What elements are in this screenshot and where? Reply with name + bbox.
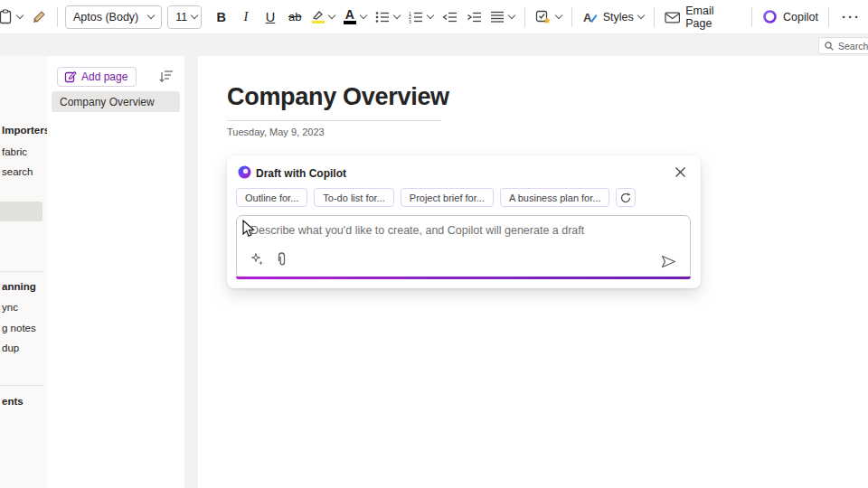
font-color-button[interactable]: A [339,5,371,30]
add-page-label: Add page [81,70,127,83]
underline-button[interactable]: U [258,5,282,30]
font-name-select[interactable]: Aptos (Body) [65,5,162,29]
chevron-down-icon [508,11,515,18]
ribbon-toolbar: Aptos (Body) 11 B I U ab A [0,0,868,34]
styles-icon: A [582,10,598,24]
numbered-list-button[interactable]: 1 2 3 [404,5,438,30]
email-page-label: Email Page [685,5,741,30]
refresh-suggestions-button[interactable] [616,188,636,207]
increase-indent-icon [467,11,482,23]
overflow-menu-button[interactable]: ··· [835,5,868,30]
close-icon[interactable] [675,166,689,181]
strikethrough-button[interactable]: ab [283,5,307,30]
refresh-icon [620,192,631,203]
email-page-button[interactable]: Email Page [660,5,746,30]
chip-business-plan-for[interactable]: A business plan for... [500,188,610,207]
nav-item-search[interactable]: search [2,166,33,177]
svg-text:A: A [583,11,592,24]
toolbar-divider [828,7,829,27]
page-list-item-company-overview[interactable]: Company Overview [52,91,180,112]
add-page-icon [64,70,77,83]
copilot-button[interactable]: Copilot [758,5,823,30]
numbered-list-icon: 1 2 3 [409,11,423,23]
chevron-down-icon [191,11,198,18]
search-placeholder: Search n [838,41,868,52]
add-page-button[interactable]: Add page [57,67,137,87]
nav-item-anning[interactable]: anning [2,281,36,292]
dialog-title: Draft with Copilot [256,167,346,180]
draft-with-copilot-dialog: Draft with Copilot Outline for... To-do … [227,155,701,288]
sort-pages-button[interactable] [159,70,174,84]
tag-todo-button[interactable] [531,5,566,30]
font-size-select[interactable]: 11 [167,5,202,29]
styles-label: Styles [603,11,634,23]
page-list-panel: Add page Company Overview [47,56,184,488]
format-painter-button[interactable] [27,5,52,30]
toolbar-divider [751,7,752,27]
copilot-prompt-input[interactable]: Describe what you'd like to create, and … [236,215,691,279]
page-date: Tuesday, May 9, 2023 [227,127,325,137]
copilot-icon [762,9,778,24]
nav-item-fabric[interactable]: fabric [2,146,27,157]
paperclip-icon[interactable] [276,252,288,267]
nav-divider [0,385,43,386]
decrease-indent-button[interactable] [438,5,462,30]
paste-button[interactable] [0,5,27,30]
svg-text:3: 3 [409,18,411,23]
font-name-value: Aptos (Body) [73,11,138,23]
notebook-nav: Importers fabric search anning ync g not… [0,56,47,488]
highlight-color-button[interactable] [307,5,339,30]
chip-project-brief-for[interactable]: Project brief for... [401,188,494,207]
font-size-value: 11 [175,11,187,23]
send-icon [661,255,676,268]
bullet-list-button[interactable] [371,5,404,30]
onenote-window: Aptos (Body) 11 B I U ab A [0,0,868,488]
format-painter-icon [32,9,47,24]
alignment-button[interactable] [486,5,519,30]
nav-item-g-notes[interactable]: g notes [2,323,36,333]
increase-indent-button[interactable] [462,5,486,30]
align-text-icon [491,11,505,23]
nav-item-importers[interactable]: Importers [2,125,47,136]
clipboard-paste-icon [0,9,13,24]
chevron-down-icon [427,11,434,18]
sort-icon [159,70,174,83]
search-icon [825,42,834,51]
chevron-down-icon [393,11,401,18]
chip-outline-for[interactable]: Outline for... [236,188,307,207]
styles-button[interactable]: A Styles [578,5,648,30]
toolbar-divider [524,7,525,27]
sub-bar: Search n [0,34,868,56]
decrease-indent-icon [442,11,458,23]
bullet-list-icon [375,11,390,23]
input-tools [251,252,288,267]
chevron-down-icon [637,11,645,18]
chevron-down-icon [555,11,562,18]
chevron-down-icon [16,11,24,18]
toolbar-divider [57,7,58,27]
search-input[interactable]: Search n [818,37,868,54]
title-underline [227,120,441,121]
highlighter-icon [312,10,325,24]
selected-section-highlight[interactable] [0,202,42,221]
page-title[interactable]: Company Overview [227,83,449,111]
nav-item-ync[interactable]: ync [2,302,18,313]
chevron-down-icon [360,11,367,18]
toolbar-divider [654,7,655,27]
mouse-cursor [241,220,258,238]
panel-gap [184,56,198,488]
page-canvas[interactable]: Company Overview Tuesday, May 9, 2023 Dr… [198,56,868,488]
todo-tag-icon [535,10,552,24]
bold-button[interactable]: B [209,5,233,30]
nav-divider [0,271,43,272]
envelope-icon [665,11,680,23]
italic-button[interactable]: I [233,5,258,30]
nav-item-ents[interactable]: ents [2,396,24,407]
copilot-label: Copilot [783,11,818,23]
nav-item-dup[interactable]: dup [2,343,19,353]
chip-todo-list-for[interactable]: To-do list for... [314,188,393,207]
sparkle-icon[interactable] [251,253,264,266]
suggestion-chips: Outline for... To-do list for... Project… [236,188,636,207]
send-button[interactable] [661,255,676,268]
chevron-down-icon [328,11,335,18]
